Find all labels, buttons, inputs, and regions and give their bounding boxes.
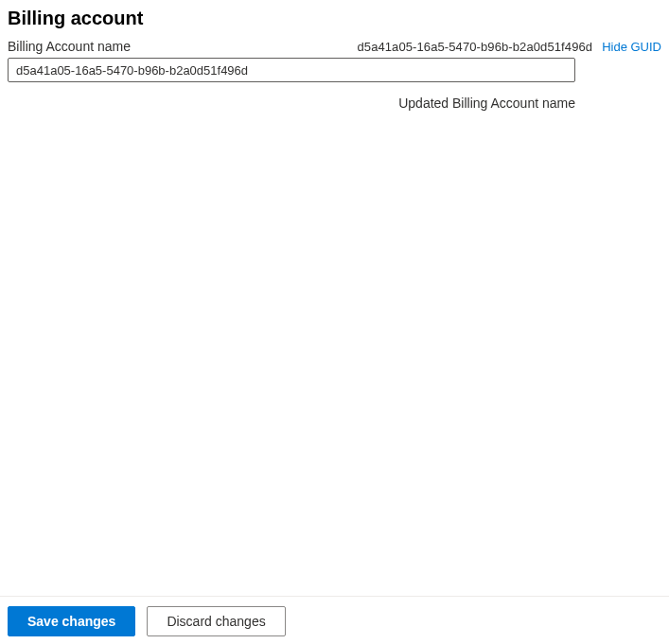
update-status-text: Updated Billing Account name — [398, 96, 575, 111]
save-changes-button[interactable]: Save changes — [8, 606, 135, 636]
billing-account-name-label: Billing Account name — [8, 39, 131, 54]
billing-account-name-input[interactable] — [8, 58, 575, 82]
discard-changes-button[interactable]: Discard changes — [147, 606, 285, 636]
page-title: Billing account — [8, 8, 661, 29]
footer-toolbar: Save changes Discard changes — [0, 596, 669, 644]
hide-guid-link[interactable]: Hide GUID — [602, 40, 661, 54]
field-label-row: Billing Account name d5a41a05-16a5-5470-… — [8, 39, 661, 54]
billing-account-guid-text: d5a41a05-16a5-5470-b96b-b2a0d51f496d — [357, 40, 592, 54]
